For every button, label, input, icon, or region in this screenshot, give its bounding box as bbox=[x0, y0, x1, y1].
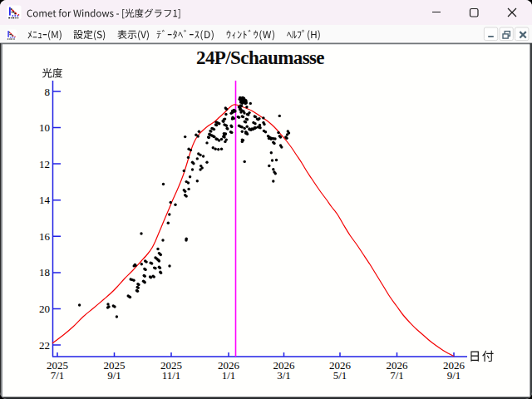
svg-text:1/1: 1/1 bbox=[222, 369, 236, 382]
svg-text:24P/Schaumasse: 24P/Schaumasse bbox=[196, 47, 324, 68]
svg-text:8: 8 bbox=[45, 86, 51, 98]
svg-text:14: 14 bbox=[39, 194, 51, 206]
svg-text:7/1: 7/1 bbox=[51, 369, 65, 382]
svg-text:22: 22 bbox=[39, 339, 50, 352]
svg-text:10: 10 bbox=[39, 121, 50, 134]
svg-text:9/1: 9/1 bbox=[447, 369, 461, 382]
svg-text:9/1: 9/1 bbox=[107, 369, 121, 382]
svg-text:3/1: 3/1 bbox=[277, 369, 291, 382]
svg-text:11/1: 11/1 bbox=[162, 369, 181, 382]
svg-text:12: 12 bbox=[39, 158, 50, 170]
svg-text:16: 16 bbox=[39, 230, 51, 243]
svg-text:20: 20 bbox=[39, 303, 50, 315]
svg-text:5/1: 5/1 bbox=[333, 369, 347, 382]
svg-text:7/1: 7/1 bbox=[390, 369, 404, 382]
svg-text:18: 18 bbox=[39, 266, 50, 278]
